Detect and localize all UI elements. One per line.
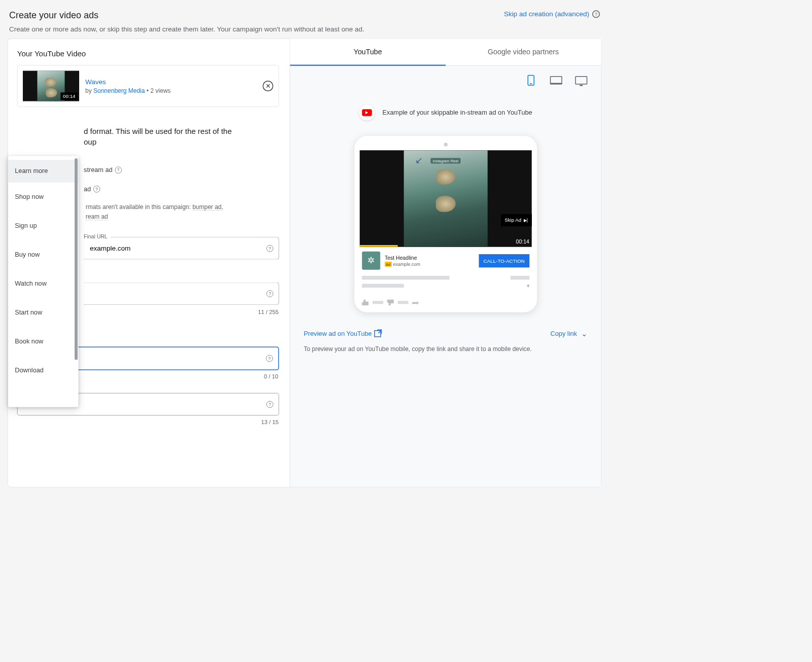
tab-google-video-partners[interactable]: Google video partners — [446, 39, 601, 66]
ad-progress-bar — [359, 245, 397, 247]
device-mobile-icon[interactable] — [525, 75, 537, 86]
skip-ad-creation-link[interactable]: Skip ad creation (advanced) ? — [504, 10, 600, 18]
video-duration: 00:14 — [61, 92, 78, 99]
chevron-down-icon: ⌄ — [581, 329, 588, 338]
by-prefix: by — [85, 87, 93, 94]
copy-link-label: Copy link — [551, 330, 577, 337]
radio-label: stream ad — [84, 166, 113, 174]
help-icon[interactable]: ? — [266, 245, 274, 252]
views-suffix: • 2 views — [145, 87, 171, 94]
dropdown-item-sign-up[interactable]: Sign up — [8, 212, 79, 240]
channel-link[interactable]: Sonnenberg Media — [93, 87, 145, 94]
share-icon[interactable]: ➦ — [412, 298, 419, 307]
ad-headline: Test Headline — [385, 255, 475, 261]
section-title: Your YouTube Video — [17, 50, 281, 58]
stream-ad-hint[interactable]: ream ad — [86, 214, 108, 221]
dropdown-item-book-now[interactable]: Book now — [8, 327, 79, 356]
preview-tabs: YouTube Google video partners — [290, 39, 601, 66]
preview-on-youtube-link[interactable]: Preview ad on YouTube — [304, 329, 381, 338]
dropdown-item-start-now[interactable]: Start now — [8, 298, 79, 327]
radio-label: ad — [84, 185, 91, 193]
final-url-label: Final URL — [84, 234, 111, 240]
youtube-icon — [359, 104, 375, 121]
video-title-link[interactable]: Waves — [85, 78, 257, 86]
remove-video-button[interactable]: ✕ — [263, 81, 274, 91]
external-link-icon — [374, 330, 381, 337]
ad-domain: example.com — [393, 261, 421, 267]
page-subtitle: Create one or more ads now, or skip this… — [9, 25, 364, 33]
copy-link-button[interactable]: Copy link ⌄ — [551, 329, 588, 338]
preview-link-label: Preview ad on YouTube — [304, 330, 372, 337]
device-tv-icon[interactable] — [575, 75, 587, 86]
like-icon[interactable] — [362, 299, 369, 305]
ad-badge: Ad — [385, 262, 392, 267]
dropdown-item-shop-now[interactable]: Shop now — [8, 183, 79, 212]
dropdown-item-watch-now[interactable]: Watch now — [8, 269, 79, 298]
help-icon[interactable]: ? — [93, 186, 100, 193]
help-icon[interactable]: ? — [592, 10, 600, 18]
help-icon[interactable]: ? — [115, 167, 122, 174]
preview-duration: 00:14 — [516, 238, 529, 245]
skip-ad-button[interactable]: Skip Ad▶| — [501, 214, 532, 226]
dislike-icon[interactable] — [387, 299, 394, 305]
preview-cta-button[interactable]: CALL-TO-ACTION — [479, 254, 529, 267]
display-url-input[interactable] — [84, 283, 279, 304]
cta-dropdown[interactable]: Learn more Shop now Sign up Buy now Watc… — [8, 156, 79, 407]
help-icon[interactable]: ? — [266, 290, 274, 297]
bumper-ad-hint[interactable]: bumper ad — [192, 203, 221, 211]
final-url-input[interactable] — [84, 237, 279, 259]
placeholder-lines: ▾ — [359, 272, 531, 296]
ad-favicon: ✲ — [362, 252, 380, 270]
display-url-field[interactable]: ? 11 / 255 — [84, 283, 279, 305]
headline-counter: 13 / 15 — [261, 419, 279, 425]
dropdown-item-learn-more[interactable]: Learn more — [8, 160, 79, 183]
phone-camera-icon — [444, 143, 448, 147]
tab-youtube[interactable]: YouTube — [290, 39, 446, 66]
dropdown-item-buy-now[interactable]: Buy now — [8, 240, 79, 269]
page-title: Create your video ads — [9, 10, 364, 21]
preview-note: To preview your ad on YouTube mobile, co… — [290, 342, 557, 356]
phone-preview: ↙↘ Instagram Reel Skip Ad▶| 00:14 ✲ Test… — [354, 136, 537, 312]
dropdown-item-download[interactable]: Download — [8, 356, 79, 385]
dropdown-scrollbar[interactable] — [75, 158, 78, 360]
skip-ad-label: Skip Ad — [504, 217, 521, 223]
skip-link-label: Skip ad creation (advanced) — [504, 10, 589, 18]
device-desktop-icon[interactable] — [550, 75, 562, 86]
overlay-label: Instagram Reel — [430, 158, 461, 163]
video-thumbnail[interactable]: 00:14 — [23, 71, 79, 101]
selected-video-card: 00:14 Waves by Sonnenberg Media • 2 view… — [17, 65, 279, 107]
final-url-field[interactable]: Final URL ? — [84, 237, 279, 259]
format-heading-partial: d format. This will be used for the rest… — [17, 126, 281, 147]
preview-video: ↙↘ Instagram Reel Skip Ad▶| 00:14 — [359, 150, 531, 247]
help-icon[interactable]: ? — [266, 355, 273, 362]
help-icon[interactable]: ? — [266, 401, 274, 408]
display-url-counter: 11 / 255 — [258, 308, 279, 315]
preview-caption: Example of your skippable in-stream ad o… — [383, 109, 532, 117]
cta-counter: 0 / 10 — [264, 373, 278, 379]
video-byline: by Sonnenberg Media • 2 views — [85, 87, 257, 94]
